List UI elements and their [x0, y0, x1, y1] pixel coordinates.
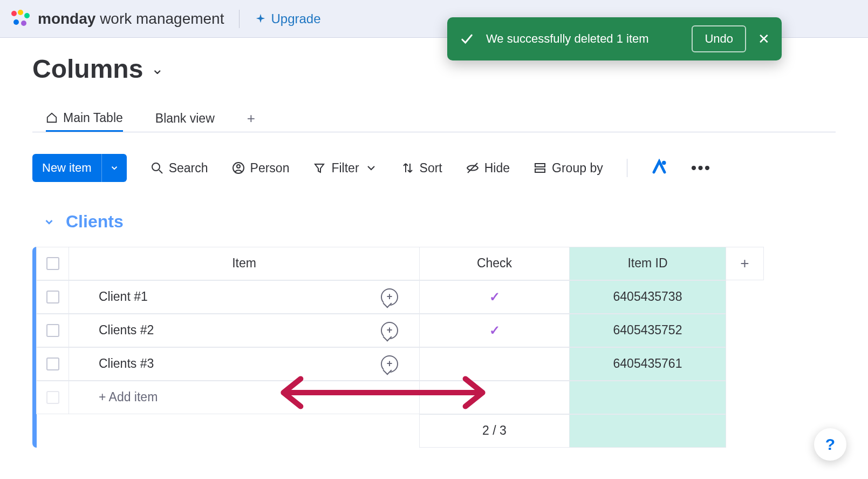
item-id-value: 6405435761 [613, 356, 682, 371]
divider-icon [239, 10, 240, 28]
item-id-value: 6405435752 [613, 323, 682, 338]
row-checkbox[interactable] [36, 280, 69, 314]
add-item-label: + Add item [99, 390, 158, 404]
svg-point-12 [662, 161, 666, 165]
conversation-button[interactable] [360, 280, 420, 314]
monday-logo-icon [8, 6, 32, 31]
tab-blank-view[interactable]: Blank view [155, 105, 215, 132]
sort-button[interactable]: Sort [401, 161, 442, 176]
table: Item Check Item ID + Client #1 ✓ 6405435… [32, 247, 836, 448]
row-checkbox [36, 381, 69, 414]
column-header-check[interactable]: Check [419, 247, 570, 280]
chat-plus-icon [381, 355, 398, 373]
hide-button[interactable]: Hide [466, 161, 510, 176]
board-title-row: Columns ⌄ [32, 54, 836, 84]
item-name: Clients #3 [99, 356, 154, 371]
checkmark-icon: ✓ [489, 289, 500, 305]
column-header-item[interactable]: Item [69, 247, 420, 280]
row-checkbox[interactable] [36, 314, 69, 347]
chat-plus-icon [381, 288, 398, 306]
svg-rect-10 [535, 164, 545, 167]
column-header-item-id[interactable]: Item ID [569, 247, 726, 280]
more-options-button[interactable]: ••• [691, 159, 712, 177]
item-name: Client #1 [99, 289, 148, 304]
check-cell[interactable]: ✓ [419, 314, 570, 347]
column-header-item-id-label: Item ID [627, 256, 667, 271]
table-footer-row: 2 / 3 [37, 414, 836, 448]
checkbox-icon [46, 291, 59, 303]
plus-icon: + [740, 255, 749, 272]
conversation-button[interactable] [360, 314, 420, 347]
filter-label: Filter [331, 161, 359, 176]
groupby-button[interactable]: Group by [534, 161, 603, 176]
svg-point-2 [24, 13, 30, 18]
table-row: Client #1 ✓ 6405435738 [37, 280, 836, 314]
brand-light: work management [95, 10, 224, 27]
blank-cell [726, 280, 764, 314]
tab-blank-label: Blank view [155, 111, 215, 126]
upgrade-button[interactable]: Upgrade [255, 11, 320, 26]
automations-icon[interactable] [651, 159, 667, 177]
blank-cell [763, 347, 836, 381]
column-header-item-label: Item [232, 256, 256, 271]
item-name: Clients #2 [99, 323, 154, 338]
board-title[interactable]: Columns [32, 54, 143, 84]
sparkle-icon [255, 13, 266, 25]
tab-main-label: Main Table [63, 111, 123, 125]
chevron-down-icon [110, 163, 119, 173]
new-item-button[interactable]: New item [32, 154, 127, 182]
svg-point-8 [237, 165, 240, 168]
search-label: Search [169, 161, 208, 176]
select-all-cell[interactable] [36, 247, 69, 280]
view-tabs: Main Table Blank view + [32, 105, 836, 132]
group-header[interactable]: Clients [32, 212, 836, 232]
checkbox-icon [46, 257, 59, 270]
item-id-value: 6405435738 [613, 289, 682, 304]
checkbox-icon [46, 391, 59, 404]
row-checkbox[interactable] [36, 347, 69, 381]
checkmark-icon: ✓ [489, 323, 500, 338]
svg-rect-11 [535, 169, 545, 172]
chevron-down-icon[interactable]: ⌄ [151, 60, 163, 78]
blank-cell [419, 381, 570, 414]
check-summary: 2 / 3 [482, 423, 507, 438]
table-row: Clients #3 6405435761 [37, 347, 836, 381]
svg-point-4 [21, 21, 26, 26]
check-cell[interactable]: ✓ [419, 280, 570, 314]
item-id-cell[interactable]: 6405435761 [569, 347, 726, 381]
item-id-cell[interactable]: 6405435752 [569, 314, 726, 347]
column-header-check-label: Check [477, 256, 512, 271]
blank-cell [726, 381, 764, 414]
add-column-button[interactable]: + [726, 247, 764, 280]
check-cell[interactable] [419, 347, 570, 381]
sort-label: Sort [420, 161, 442, 176]
person-button[interactable]: Person [232, 161, 290, 176]
blank-cell [763, 280, 836, 314]
person-icon [232, 161, 245, 174]
blank-cell [569, 381, 726, 414]
blank-cell [763, 314, 836, 347]
new-item-dropdown[interactable] [101, 154, 127, 182]
filter-icon [313, 161, 326, 174]
table-header-row: Item Check Item ID + [37, 247, 836, 280]
add-view-button[interactable]: + [247, 110, 255, 127]
item-id-cell[interactable]: 6405435738 [569, 280, 726, 314]
item-name-cell[interactable]: Clients #3 [69, 347, 360, 381]
tab-main-table[interactable]: Main Table [46, 105, 123, 132]
brand-text: monday work management [38, 10, 224, 28]
add-item-cell[interactable]: + Add item [69, 381, 420, 414]
blank-cell [726, 314, 764, 347]
group-clients: Clients Item Check Item ID + Client #1 ✓… [32, 212, 836, 448]
item-name-cell[interactable]: Clients #2 [69, 314, 360, 347]
search-button[interactable]: Search [151, 161, 208, 176]
item-name-cell[interactable]: Client #1 [69, 280, 360, 314]
board-toolbar: New item Search Person Filter Sort Hide [32, 154, 836, 182]
check-summary-cell: 2 / 3 [419, 414, 570, 448]
search-icon [151, 161, 163, 174]
add-item-row[interactable]: + Add item [37, 381, 836, 414]
blank-cell [763, 247, 836, 280]
checkbox-icon [46, 324, 59, 337]
conversation-button[interactable] [360, 347, 420, 381]
help-button[interactable]: ? [814, 428, 846, 461]
filter-button[interactable]: Filter [313, 161, 377, 176]
